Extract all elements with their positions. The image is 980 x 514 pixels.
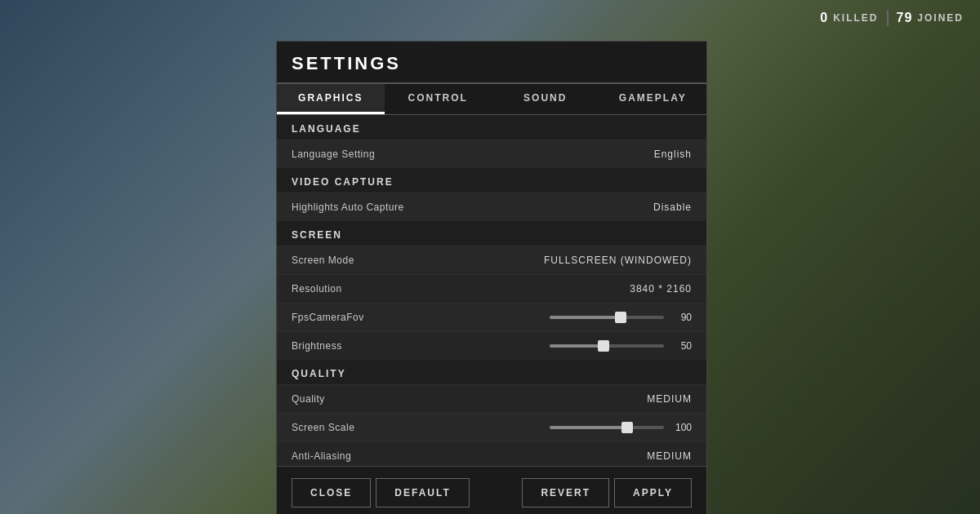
value-screen-mode: FULLSCREEN (WINDOWED) xyxy=(544,255,692,266)
row-quality[interactable]: Quality MEDIUM xyxy=(277,384,706,413)
joined-label: JOINED xyxy=(917,12,964,24)
tab-gameplay[interactable]: GAMEPLAY xyxy=(599,84,707,114)
label-anti-aliasing: Anti-Aliasing xyxy=(292,450,351,462)
tab-control[interactable]: CONTROL xyxy=(385,84,492,114)
apply-button[interactable]: APPLY xyxy=(614,478,692,507)
section-quality: QUALITY xyxy=(277,360,706,384)
label-quality: Quality xyxy=(292,393,325,405)
hud-separator xyxy=(887,10,889,26)
label-highlights-auto-capture: Highlights Auto Capture xyxy=(292,202,404,213)
row-language-setting[interactable]: Language Setting English xyxy=(277,140,706,168)
slider-fps-camera-fov-thumb[interactable] xyxy=(615,312,626,323)
section-language: LANGUAGE xyxy=(277,115,706,140)
label-screen-scale: Screen Scale xyxy=(292,422,354,433)
footer-left-buttons: CLOSE DEFAULT xyxy=(292,478,470,507)
row-screen-scale[interactable]: Screen Scale 100 xyxy=(277,413,706,441)
slider-brightness-track[interactable] xyxy=(550,344,664,348)
value-quality: MEDIUM xyxy=(647,393,692,405)
slider-fps-camera-fov-track[interactable] xyxy=(550,316,664,319)
slider-brightness-fill xyxy=(550,344,604,348)
settings-title: SETTINGS xyxy=(277,42,706,84)
revert-button[interactable]: REVERT xyxy=(522,478,609,507)
row-fps-camera-fov[interactable]: FpsCameraFov 90 xyxy=(277,303,706,331)
row-resolution[interactable]: Resolution 3840 * 2160 xyxy=(277,274,706,303)
settings-tabs: GRAPHICS CONTROL SOUND GAMEPLAY xyxy=(277,84,706,115)
label-screen-mode: Screen Mode xyxy=(292,255,354,266)
slider-fps-camera-fov-fill xyxy=(550,316,621,319)
value-brightness: 50 xyxy=(669,340,692,352)
value-fps-camera-fov: 90 xyxy=(669,312,692,323)
slider-screen-scale-thumb[interactable] xyxy=(621,422,633,433)
slider-screen-scale-fill xyxy=(550,426,627,429)
section-video-capture: VIDEO CAPTURE xyxy=(277,168,706,193)
value-screen-scale: 100 xyxy=(669,422,692,433)
row-screen-mode[interactable]: Screen Mode FULLSCREEN (WINDOWED) xyxy=(277,246,706,274)
default-button[interactable]: DEFAULT xyxy=(376,478,469,507)
close-button[interactable]: CLOSE xyxy=(292,478,371,507)
row-highlights-auto-capture[interactable]: Highlights Auto Capture Disable xyxy=(277,193,706,221)
value-anti-aliasing: MEDIUM xyxy=(647,450,692,462)
settings-footer: CLOSE DEFAULT REVERT APPLY xyxy=(277,466,706,514)
row-anti-aliasing[interactable]: Anti-Aliasing MEDIUM xyxy=(277,441,706,466)
slider-fps-camera-fov-container[interactable]: 90 xyxy=(550,312,692,323)
settings-modal: SETTINGS GRAPHICS CONTROL SOUND GAMEPLAY… xyxy=(276,41,707,514)
value-resolution: 3840 * 2160 xyxy=(630,283,692,295)
slider-brightness-thumb[interactable] xyxy=(598,340,609,352)
settings-content[interactable]: LANGUAGE Language Setting English VIDEO … xyxy=(277,115,706,466)
tab-graphics[interactable]: GRAPHICS xyxy=(277,84,385,114)
slider-screen-scale-container[interactable]: 100 xyxy=(550,422,692,433)
slider-brightness-container[interactable]: 50 xyxy=(550,340,692,352)
slider-screen-scale-track[interactable] xyxy=(550,426,664,429)
hud: 0 KILLED 79 JOINED xyxy=(820,10,964,26)
tab-sound[interactable]: SOUND xyxy=(492,84,599,114)
killed-count: 0 xyxy=(820,11,828,25)
label-fps-camera-fov: FpsCameraFov xyxy=(292,312,364,323)
label-language-setting: Language Setting xyxy=(292,148,375,160)
value-highlights-auto-capture: Disable xyxy=(653,202,692,213)
footer-right-buttons: REVERT APPLY xyxy=(522,478,692,507)
label-resolution: Resolution xyxy=(292,283,342,295)
joined-count: 79 xyxy=(897,11,913,25)
section-screen: SCREEN xyxy=(277,221,706,246)
value-language-setting: English xyxy=(654,148,692,160)
killed-label: KILLED xyxy=(833,12,878,24)
label-brightness: Brightness xyxy=(292,340,342,352)
row-brightness[interactable]: Brightness 50 xyxy=(277,331,706,360)
